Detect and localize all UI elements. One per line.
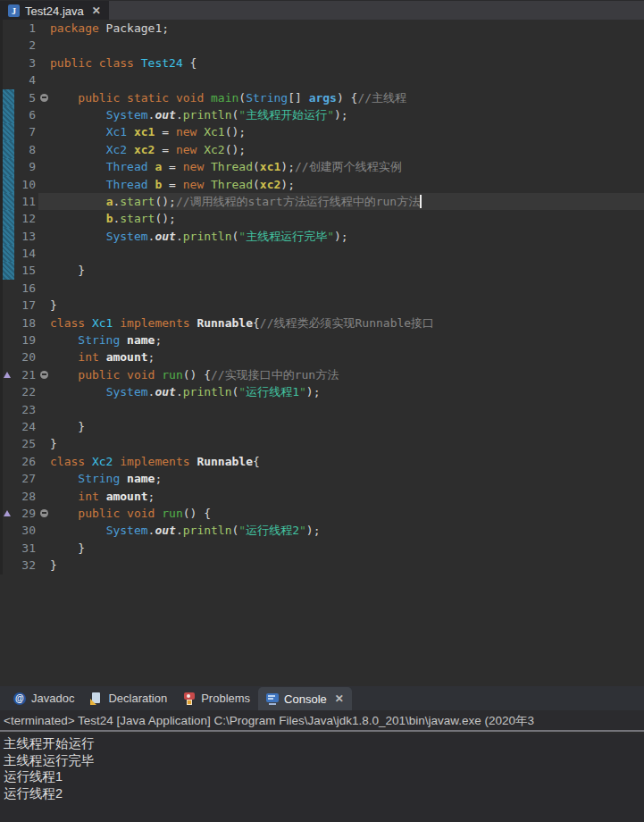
code-text[interactable]: public class Test24 { [50,55,644,71]
annotation-ruler[interactable] [0,228,14,245]
fold-column[interactable] [38,540,50,557]
line-number[interactable]: 20 [14,348,38,365]
fold-column[interactable] [38,71,50,88]
annotation-ruler[interactable] [0,331,14,348]
code-editor[interactable]: 1package Package1;23public class Test24 … [0,20,644,686]
annotation-ruler[interactable] [0,297,14,314]
fold-column[interactable] [38,331,50,348]
line-number[interactable]: 5 [14,89,38,106]
line-number[interactable]: 17 [14,297,38,314]
fold-column[interactable] [38,89,50,106]
code-text[interactable]: String name; [50,470,644,487]
line-number[interactable]: 21 [14,366,38,383]
line-number[interactable]: 11 [14,193,38,210]
annotation-ruler[interactable] [0,89,14,106]
code-text[interactable]: System.out.println("运行线程2"); [50,522,644,539]
annotation-ruler[interactable] [0,55,14,71]
line-number[interactable]: 1 [14,20,38,37]
line-number[interactable]: 10 [14,176,38,193]
fold-column[interactable] [38,453,50,470]
code-text[interactable]: Xc1 xc1 = new Xc1(); [50,123,644,140]
line-number[interactable]: 4 [14,71,38,88]
collapse-icon[interactable] [40,509,48,517]
line-number[interactable]: 9 [14,158,38,175]
code-text[interactable]: System.out.println("运行线程1"); [50,383,644,400]
annotation-ruler[interactable] [0,193,14,210]
annotation-ruler[interactable] [0,348,14,365]
line-number[interactable]: 29 [14,505,38,522]
line-number[interactable]: 13 [14,228,38,245]
code-text[interactable]: } [50,297,644,314]
fold-column[interactable] [38,176,50,193]
close-icon[interactable]: ✕ [335,692,344,705]
line-number[interactable]: 30 [14,522,38,539]
line-number[interactable]: 3 [14,55,38,71]
annotation-ruler[interactable] [0,540,14,557]
annotation-ruler[interactable] [0,106,14,123]
collapse-icon[interactable] [40,94,48,102]
line-number[interactable]: 32 [14,557,38,574]
annotation-ruler[interactable] [0,245,14,262]
fold-column[interactable] [38,383,50,400]
editor-tab-test24[interactable]: J Test24.java ✕ [0,1,109,21]
tab-declaration[interactable]: Declaration [82,686,175,710]
code-text[interactable]: class Xc2 implements Runnable{ [50,453,644,470]
annotation-ruler[interactable] [0,210,14,227]
code-text[interactable]: public void run() {//实现接口中的run方法 [50,366,644,383]
code-text[interactable]: } [50,262,644,279]
fold-column[interactable] [38,401,50,418]
line-number[interactable]: 8 [14,141,38,158]
code-text[interactable]: int amount; [50,488,644,505]
line-number[interactable]: 22 [14,383,38,400]
fold-column[interactable] [38,488,50,505]
code-text[interactable]: } [50,557,644,574]
annotation-ruler[interactable] [0,418,14,435]
fold-column[interactable] [38,315,50,331]
fold-column[interactable] [38,366,50,383]
tab-problems[interactable]: Problems [175,686,258,710]
annotation-ruler[interactable] [0,470,14,487]
collapse-icon[interactable] [40,371,48,379]
fold-column[interactable] [38,55,50,71]
fold-column[interactable] [38,505,50,522]
annotation-ruler[interactable] [0,123,14,140]
line-number[interactable]: 6 [14,106,38,123]
annotation-ruler[interactable] [0,280,14,297]
code-text[interactable] [50,245,644,262]
code-text[interactable]: Thread a = new Thread(xc1);//创建两个线程实例 [50,158,644,175]
fold-column[interactable] [38,245,50,262]
line-number[interactable]: 26 [14,453,38,470]
code-text[interactable]: } [50,540,644,557]
fold-column[interactable] [38,141,50,158]
annotation-ruler[interactable] [0,141,14,158]
code-text[interactable]: a.start();//调用线程的start方法运行线程中的run方法 [50,193,644,210]
line-number[interactable]: 24 [14,418,38,435]
annotation-ruler[interactable] [0,435,14,452]
code-text[interactable] [50,37,644,54]
annotation-ruler[interactable] [0,71,14,88]
annotation-ruler[interactable] [0,557,14,574]
code-text[interactable]: System.out.println("主线程运行完毕"); [50,228,644,245]
fold-column[interactable] [38,262,50,279]
override-marker-icon[interactable] [4,510,11,516]
fold-column[interactable] [38,193,50,210]
close-icon[interactable]: ✕ [92,4,101,17]
code-text[interactable]: } [50,418,644,435]
code-text[interactable]: public static void main(String[] args) {… [50,89,644,106]
fold-column[interactable] [38,522,50,539]
fold-column[interactable] [38,123,50,140]
line-number[interactable]: 27 [14,470,38,487]
fold-column[interactable] [38,228,50,245]
console-output[interactable]: 主线程开始运行主线程运行完毕运行线程1运行线程2 [0,734,644,822]
fold-column[interactable] [38,418,50,435]
fold-column[interactable] [38,158,50,175]
line-number[interactable]: 18 [14,315,38,331]
line-number[interactable]: 23 [14,401,38,418]
annotation-ruler[interactable] [0,315,14,331]
annotation-ruler[interactable] [0,453,14,470]
annotation-ruler[interactable] [0,401,14,418]
code-text[interactable]: } [50,435,644,452]
annotation-ruler[interactable] [0,20,14,37]
code-text[interactable]: System.out.println("主线程开始运行"); [50,106,644,123]
annotation-ruler[interactable] [0,37,14,54]
